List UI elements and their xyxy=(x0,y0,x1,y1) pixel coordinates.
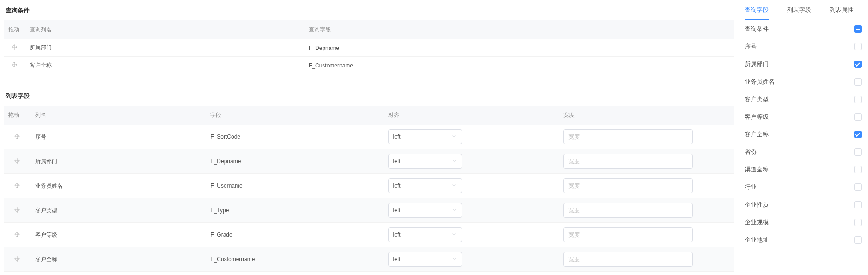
side-field-label: 企业规模 xyxy=(745,218,769,226)
list-header-align: 对齐 xyxy=(384,106,559,125)
tab[interactable]: 列表属性 xyxy=(830,6,854,20)
align-select[interactable]: left xyxy=(388,154,462,169)
chevron-down-icon xyxy=(452,207,457,214)
side-field-label: 渠道全称 xyxy=(745,165,769,174)
drag-handle-icon[interactable] xyxy=(14,158,20,164)
width-input[interactable] xyxy=(563,129,693,144)
side-field-label: 所属部门 xyxy=(745,60,769,68)
align-select-value: left xyxy=(393,158,401,165)
list-row-name: 序号 xyxy=(31,125,206,149)
table-row: 客户全称F_Customername xyxy=(4,57,734,74)
tab[interactable]: 列表字段 xyxy=(787,6,811,20)
field-checkbox[interactable] xyxy=(854,166,862,173)
side-field-item: 企业规模 xyxy=(738,214,868,231)
field-checkbox[interactable] xyxy=(854,96,862,103)
table-row: 客户等级F_Gradeleft xyxy=(4,223,734,247)
align-select-value: left xyxy=(393,207,401,214)
drag-handle-icon[interactable] xyxy=(14,182,20,189)
list-row-name: 客户全称 xyxy=(31,247,206,272)
drag-handle-icon[interactable] xyxy=(14,133,20,140)
list-row-field: F_SortCode xyxy=(206,125,383,149)
width-input[interactable] xyxy=(563,203,693,218)
list-row-name: 客户类型 xyxy=(31,198,206,223)
width-input[interactable] xyxy=(563,227,693,242)
align-select-value: left xyxy=(393,232,401,238)
side-panel: 查询字段列表字段列表属性 查询条件序号所属部门业务员姓名客户类型客户等级客户全称… xyxy=(738,0,868,272)
query-header-field: 查询字段 xyxy=(304,20,734,39)
query-row-field: F_Customername xyxy=(304,57,734,74)
side-field-item: 省份 xyxy=(738,143,868,161)
list-section-title: 列表字段 xyxy=(4,86,734,106)
query-conditions-table: 拖动 查询列名 查询字段 所属部门F_Depname客户全称F_Customer… xyxy=(4,20,734,74)
field-checkbox[interactable] xyxy=(854,236,862,244)
side-field-item: 客户类型 xyxy=(738,91,868,108)
main-panel: 查询条件 拖动 查询列名 查询字段 所属部门F_Depname客户全称F_Cus… xyxy=(0,0,738,272)
side-tabs: 查询字段列表字段列表属性 xyxy=(738,0,868,20)
list-header-name: 列名 xyxy=(31,106,206,125)
table-row: 所属部门F_Depnameleft xyxy=(4,149,734,174)
align-select[interactable]: left xyxy=(388,227,462,242)
drag-handle-icon[interactable] xyxy=(11,61,18,68)
side-field-item: 渠道全称 xyxy=(738,161,868,178)
field-checkbox[interactable] xyxy=(854,183,862,191)
align-select-value: left xyxy=(393,183,401,189)
side-field-item: 行业 xyxy=(738,178,868,196)
list-fields-table: 拖动 列名 字段 对齐 宽度 序号F_SortCodeleft所属部门F_Dep… xyxy=(4,106,734,272)
align-select[interactable]: left xyxy=(388,178,462,193)
field-checkbox[interactable] xyxy=(854,113,862,121)
side-field-item: 查询条件 xyxy=(738,20,868,38)
chevron-down-icon xyxy=(452,232,457,238)
align-select[interactable]: left xyxy=(388,252,462,267)
side-field-label: 客户全称 xyxy=(745,130,769,139)
align-select-value: left xyxy=(393,134,401,140)
align-select[interactable]: left xyxy=(388,203,462,218)
width-input[interactable] xyxy=(563,178,693,193)
field-checkbox[interactable] xyxy=(854,219,862,226)
align-select[interactable]: left xyxy=(388,129,462,144)
drag-handle-icon[interactable] xyxy=(14,231,20,238)
query-section-title: 查询条件 xyxy=(4,0,734,20)
side-field-item: 客户等级 xyxy=(738,108,868,126)
collapse-button[interactable] xyxy=(854,25,862,33)
field-checkbox[interactable] xyxy=(854,43,862,50)
width-input[interactable] xyxy=(563,154,693,169)
side-field-item: 序号 xyxy=(738,38,868,55)
chevron-down-icon xyxy=(452,134,457,141)
drag-handle-icon[interactable] xyxy=(11,44,18,50)
drag-handle-icon[interactable] xyxy=(14,207,20,213)
side-field-label: 客户类型 xyxy=(745,95,769,104)
tab[interactable]: 查询字段 xyxy=(745,6,769,20)
side-field-label: 客户等级 xyxy=(745,113,769,121)
side-field-label: 企业地址 xyxy=(745,236,769,244)
list-row-field: F_Depname xyxy=(206,149,383,174)
field-checkbox[interactable] xyxy=(854,201,862,208)
field-checkbox[interactable] xyxy=(854,131,862,138)
drag-handle-icon[interactable] xyxy=(14,256,20,262)
chevron-down-icon xyxy=(452,256,457,263)
list-row-field: F_Type xyxy=(206,198,383,223)
table-row: 业务员姓名F_Usernameleft xyxy=(4,174,734,198)
side-field-item: 企业地址 xyxy=(738,231,868,249)
align-select-value: left xyxy=(393,256,401,263)
query-row-name: 所属部门 xyxy=(25,39,304,57)
side-field-list: 查询条件序号所属部门业务员姓名客户类型客户等级客户全称省份渠道全称行业企业性质企… xyxy=(738,20,868,249)
table-row: 序号F_SortCodeleft xyxy=(4,125,734,149)
side-field-item: 所属部门 xyxy=(738,55,868,73)
list-row-name: 客户等级 xyxy=(31,223,206,247)
list-row-name: 所属部门 xyxy=(31,149,206,174)
list-header-field: 字段 xyxy=(206,106,383,125)
list-row-field: F_Grade xyxy=(206,223,383,247)
side-field-label: 序号 xyxy=(745,43,757,51)
query-header-drag: 拖动 xyxy=(4,20,25,39)
query-row-field: F_Depname xyxy=(304,39,734,57)
side-field-label: 行业 xyxy=(745,183,757,191)
list-header-drag: 拖动 xyxy=(4,106,31,125)
field-checkbox[interactable] xyxy=(854,61,862,68)
side-field-label: 业务员姓名 xyxy=(745,78,775,86)
field-checkbox[interactable] xyxy=(854,78,862,86)
table-row: 客户类型F_Typeleft xyxy=(4,198,734,223)
side-field-label: 企业性质 xyxy=(745,201,769,209)
field-checkbox[interactable] xyxy=(854,148,862,156)
query-row-name: 客户全称 xyxy=(25,57,304,74)
width-input[interactable] xyxy=(563,252,693,267)
